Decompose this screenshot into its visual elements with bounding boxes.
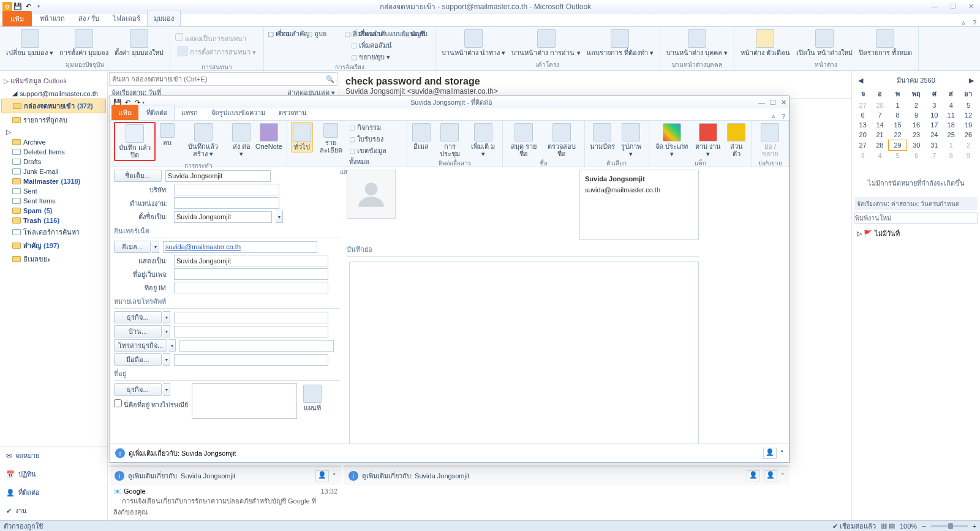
address-type-button[interactable]: ธุรกิจ... [114, 383, 162, 396]
zoom-in[interactable]: + [973, 522, 976, 530]
web-input[interactable] [174, 268, 328, 280]
map-button[interactable]: แผนที่ [301, 383, 324, 413]
tab-home[interactable]: หน้าแรก [33, 10, 72, 26]
tab-file[interactable]: แฟ้ม [2, 11, 32, 26]
meeting-button[interactable]: การ ประชุม [433, 122, 467, 159]
cw-close[interactable]: ✕ [781, 99, 786, 107]
nav-mail[interactable]: ✉ จดหมาย [1, 446, 108, 465]
nav-junk2[interactable]: อีเมลขยะ [1, 252, 106, 266]
undo-qat-icon[interactable]: ↶ [23, 2, 33, 12]
view-settings-button[interactable]: การตั้งค่า มุมมอง [57, 28, 111, 58]
nav-account[interactable]: ◢ support@mailmaster.co.th [1, 88, 106, 99]
certificates-button[interactable]: ใบรับรอง [349, 134, 399, 145]
cw-tab-format[interactable]: จัดรูปแบบข้อความ [205, 105, 272, 120]
phone-business-input[interactable] [174, 312, 328, 323]
email-type-button[interactable]: อีเมล... [114, 241, 151, 253]
business-card-preview[interactable]: Suvida Jongsomjit suvida@mailmaster.co.t… [579, 170, 699, 240]
cw-maximize[interactable]: ☐ [770, 99, 776, 107]
general-view-button[interactable]: ทั่วไป [291, 122, 313, 153]
full-name-button[interactable]: ชื่อเต็ม... [114, 170, 162, 182]
zoom-out[interactable]: − [922, 522, 925, 530]
contact-info-bar[interactable]: i ดูเพิ่มเติมเกี่ยวกับ: Suvida Jongsomji… [110, 443, 789, 462]
nav-search-folders[interactable]: โฟลเดอร์การค้นหา [1, 225, 106, 239]
save-close-button[interactable]: บันทึก แล้วปิด [114, 122, 156, 161]
nav-contacts[interactable]: 👤 ที่ติดต่อ [1, 483, 108, 502]
phone-fax-button[interactable]: โทรสารธุรกิจ... [114, 339, 167, 352]
categorize-button[interactable]: จัด ประเภท ▾ [653, 122, 691, 159]
business-card-button[interactable]: นามบัตร [589, 122, 616, 151]
list-collapse-icon[interactable]: ˄ [333, 472, 336, 480]
fileas-dropdown[interactable]: ▾ [276, 211, 283, 223]
delete-button[interactable]: ลบ [157, 122, 178, 148]
new-task-input[interactable] [854, 213, 978, 224]
view-icons[interactable]: ▥ ▤ [881, 522, 895, 530]
phone-fax-input[interactable] [179, 340, 334, 352]
tab-view[interactable]: มุมมอง [147, 10, 181, 26]
all-fields-button[interactable]: เขตข้อมูลทั้งหมด [349, 145, 399, 167]
check-names-button[interactable]: ตรวจสอบ ชื่อ [542, 122, 581, 159]
cw-minimize[interactable]: — [758, 99, 765, 107]
nav-sent-items[interactable]: Sent Items [1, 196, 106, 206]
nav-drafts[interactable]: Drafts [1, 157, 106, 167]
reading-collapse-icon[interactable]: ˄ [781, 472, 785, 480]
list-info-bar[interactable]: i ดูเพิ่มเติมเกี่ยวกับ: Suvida Jongsomji… [110, 466, 341, 485]
cw-tab-contact[interactable]: ที่ติดต่อ [140, 105, 175, 120]
nav-tasks[interactable]: ✔ งาน [1, 502, 108, 520]
search-input[interactable] [112, 75, 326, 83]
zoom-button[interactable]: ย่อ /ขยาย [756, 122, 785, 159]
cw-ribbon-min-icon[interactable]: ▵ [769, 112, 778, 120]
save-new-button[interactable]: บันทึกแล้ว สร้าง ▾ [179, 122, 228, 159]
nav-junk[interactable]: Junk E-mail [1, 167, 106, 176]
follow-up-button[interactable]: ตาม งาน ▾ [692, 122, 724, 159]
fileas-input[interactable] [174, 211, 272, 223]
cw-tab-review[interactable]: ตรวจทาน [272, 105, 314, 120]
people-pane-button[interactable]: บานหน้าต่าง บุคคล ▾ [664, 28, 730, 58]
nav-deleted-local[interactable]: รายการที่ถูกลบ [1, 113, 106, 127]
tab-folder[interactable]: โฟลเดอร์ [106, 10, 147, 26]
cw-info-collapse[interactable]: ˄ [780, 450, 784, 458]
cw-help-icon[interactable]: ? [778, 113, 789, 120]
nav-outlook-data[interactable]: ▷ แฟ้มข้อมูล Outlook [1, 73, 106, 88]
nav-sent[interactable]: Sent [1, 186, 106, 196]
message-row[interactable]: 📧 Google การแจ้งเตือนเกี่ยวกับการรักษาคว… [110, 485, 341, 521]
nav-mailmaster[interactable]: Mailmaster (1318) [1, 176, 106, 186]
close-all-button[interactable]: ปิดรายการ ทั้งหมด [856, 28, 914, 58]
nav-inbox[interactable]: กล่องจดหมายเข้า (372) [1, 99, 106, 113]
cw-tab-insert[interactable]: แทรก [175, 105, 205, 120]
activities-button[interactable]: กิจกรรม [349, 122, 399, 133]
phone-home-button[interactable]: บ้าน... [114, 325, 162, 337]
reminders-window-button[interactable]: หน้าต่าง ตัวเตือน [738, 28, 793, 58]
company-input[interactable] [174, 184, 279, 195]
nav-archive[interactable]: Archive [1, 137, 106, 147]
nav-spam[interactable]: Spam (5) [1, 206, 106, 216]
close-button[interactable]: ✕ [965, 2, 978, 10]
reset-view-button[interactable]: ตั้งค่า มุมมองใหม่ [112, 28, 166, 58]
email-input[interactable] [163, 241, 317, 253]
display-as-input[interactable] [174, 255, 328, 266]
details-view-button[interactable]: รายละเอียด [314, 122, 349, 155]
forward-button[interactable]: ส่ง ต่อ ▾ [229, 122, 254, 159]
ribbon-min-icon[interactable]: ▵ [958, 18, 969, 26]
task-group-nodate[interactable]: ▷ 🚩 ไม่มีวันที่ [854, 226, 978, 241]
reading-pane-button[interactable]: บานหน้าต่าง การอ่าน ▾ [509, 28, 582, 58]
full-name-input[interactable] [165, 170, 271, 182]
mini-calendar[interactable]: จอพพฤศสอา 272812345 6789101112 131415161… [854, 87, 978, 160]
jobtitle-input[interactable] [174, 197, 279, 209]
search-box[interactable]: 🔍 [109, 72, 337, 86]
phone-mobile-button[interactable]: มือถือ... [114, 353, 162, 366]
tab-sendrecv[interactable]: ส่ง / รับ [72, 10, 106, 26]
phone-business-button[interactable]: ธุรกิจ... [114, 311, 162, 323]
mailing-address-checkbox[interactable] [114, 399, 122, 407]
change-view-button[interactable]: เปลี่ยน มุมมอง ▾ [4, 28, 56, 58]
nav-important[interactable]: สำคัญ (197) [1, 239, 106, 252]
notes-textarea[interactable] [349, 262, 699, 443]
phone-mobile-input[interactable] [174, 354, 328, 366]
task-sort-header[interactable]: จัดเรียงตาม: ค่าสถานะ: วันครบกำหนด [854, 197, 978, 210]
phone-home-input[interactable] [174, 326, 328, 337]
address-input[interactable] [192, 383, 297, 419]
private-button[interactable]: ส่วนตัว [725, 122, 748, 159]
email-type-dd[interactable]: ▾ [152, 241, 159, 253]
nav-trash[interactable]: Trash (116) [1, 216, 106, 225]
cal-prev[interactable]: ◀ [858, 77, 863, 85]
nav-calendar[interactable]: 📅 ปฏิทิน [1, 465, 108, 483]
